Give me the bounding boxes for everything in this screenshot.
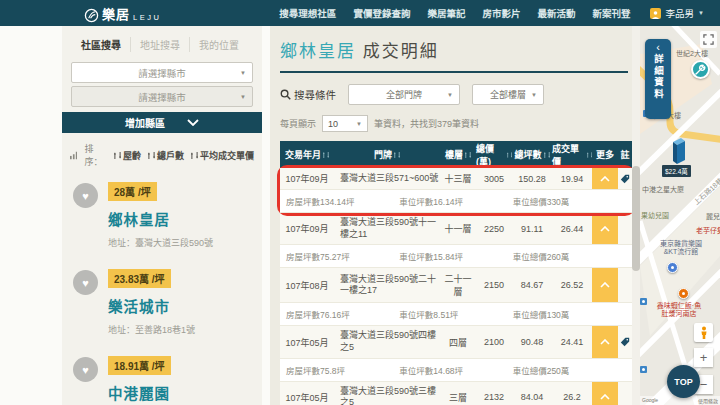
building-3d-marker[interactable] (669, 136, 689, 166)
cell-total-price: 2132 (476, 382, 512, 405)
user-menu[interactable]: 李品男 ▼ (650, 6, 703, 20)
header-total-price[interactable]: 總價(萬) (476, 141, 512, 168)
cell-total-area: 90.48 (512, 326, 552, 357)
leju-logo[interactable]: 樂居 LEJU (84, 4, 161, 23)
chevron-down-icon (187, 119, 199, 126)
nav-item[interactable]: 房市影片 (482, 6, 520, 20)
cell-total-price: 2150 (476, 268, 512, 302)
cell-door: 臺灣大道三段590號四樓之5 (334, 326, 440, 357)
cell-unit-price: 19.94 (552, 168, 592, 189)
floor-filter-select[interactable]: 全部樓層 ▼ (472, 84, 544, 105)
transit-icon[interactable] (640, 366, 647, 373)
favorite-heart-icon[interactable]: ♥ (73, 270, 98, 295)
transaction-detail-row: 房屋坪數134.14坪 車位坪數16.14坪 車位總價330萬 (280, 190, 632, 213)
sort-label: 排序： (84, 142, 106, 168)
map-panel[interactable]: ‹ 詳細資料 世紀2大樓 社區大樓 $22.4萬 中港之星大廈 上石路18巷 果… (640, 26, 720, 405)
nav-item[interactable]: 實價登錄查詢 (353, 6, 410, 20)
sort-option[interactable]: 總戶數 (148, 149, 184, 162)
parking-price: 車位總價250萬 (513, 364, 626, 376)
community-name[interactable]: 中港麗園 (108, 382, 252, 403)
top-navbar: 樂居 LEJU 搜尋理想社區 實價登錄查詢 樂居筆記 房市影片 最新活動 新案刊… (0, 0, 720, 26)
nav-item[interactable]: 新案刊登 (592, 6, 630, 20)
street-view-pegman[interactable] (694, 323, 713, 342)
transaction-panel: 鄉林皇居 成交明細 搜尋條件 全部門牌 ▼ 全部樓層 ▼ 每頁顯示 (270, 26, 632, 405)
chevron-down-icon: ▼ (531, 92, 537, 98)
sidebar-tab[interactable]: 我的位置 (189, 37, 248, 52)
cell-total-area: 84.04 (512, 382, 552, 405)
community-list-item[interactable]: ♥ 18.91萬 /坪 中港麗園 地址：至善路20號 (62, 346, 262, 405)
add-area-button[interactable]: 增加縣區 (62, 112, 262, 133)
nav-item[interactable]: 搜尋理想社區 (279, 6, 336, 20)
community-list: ♥ 28萬 /坪 鄉林皇居 地址：臺灣大道三段590號 ♥ 23.83萬 /坪 … (62, 172, 262, 405)
cell-door: 臺灣大道三段590號二十一樓之17 (334, 268, 440, 302)
header-door[interactable]: 門牌 (334, 141, 440, 168)
leju-app: 樂居 LEJU 搜尋理想社區 實價登錄查詢 樂居筆記 房市影片 最新活動 新案刊… (0, 0, 720, 405)
house-area: 房屋坪數75.8坪 (286, 364, 399, 376)
back-to-top-button[interactable]: TOP (667, 365, 700, 398)
per-page-select[interactable]: 10 ▼ (322, 115, 368, 132)
map-zoom-in-button[interactable]: + (694, 348, 713, 367)
title-divider (280, 71, 628, 73)
transactions-table: 交易年月 門牌 樓層 總價(萬) 總坪數 (280, 141, 632, 405)
shop-pin-icon[interactable] (667, 262, 678, 273)
search-icon (280, 89, 291, 100)
collapse-row-button[interactable] (592, 326, 618, 357)
sort-option[interactable]: 平均成交單價 (191, 149, 254, 162)
note-tag-icon[interactable] (618, 326, 632, 357)
per-page-label: 每頁顯示 (280, 117, 316, 130)
chevron-up-icon (600, 339, 610, 345)
favorite-heart-icon[interactable]: ♥ (73, 183, 98, 208)
filter-row: 搜尋條件 全部門牌 ▼ 全部樓層 ▼ (280, 84, 632, 105)
map-fullscreen-button[interactable] (700, 31, 717, 48)
parking-price: 車位總價330萬 (513, 195, 626, 207)
main-nav: 搜尋理想社區 實價登錄查詢 樂居筆記 房市影片 最新活動 新案刊登 (279, 6, 630, 20)
parking-area: 車位坪數16.14坪 (399, 195, 512, 207)
header-floor[interactable]: 樓層 (440, 141, 476, 168)
map-label-kindergarten: 果幼兒園 (641, 210, 669, 220)
city-select[interactable]: 請選擇縣市 ▼ (71, 62, 253, 83)
collapse-row-button[interactable] (592, 268, 618, 302)
nav-item[interactable]: 樂居筆記 (427, 6, 465, 20)
header-unit-price[interactable]: 成交單價 (552, 141, 592, 168)
page-title: 鄉林皇居 成交明細 (280, 37, 632, 62)
community-list-item[interactable]: ♥ 23.83萬 /坪 樂活城市 地址：至善路18巷1號 (62, 259, 262, 346)
table-header-row: 交易年月 門牌 樓層 總價(萬) 總坪數 (280, 141, 632, 168)
sort-arrows-icon (323, 151, 329, 159)
sort-arrows-icon (465, 151, 471, 159)
sidebar-tab[interactable]: 地址搜尋 (130, 37, 189, 52)
sort-bars-icon (70, 151, 77, 160)
header-total-area[interactable]: 總坪數 (512, 141, 552, 168)
cell-unit-price: 26.52 (552, 268, 592, 302)
sort-option[interactable]: 屋齡 (114, 149, 141, 162)
search-conditions-label: 搜尋條件 (280, 87, 336, 102)
collapse-row-button[interactable] (592, 213, 618, 244)
detail-info-tab[interactable]: ‹ 詳細資料 (645, 39, 671, 119)
community-name[interactable]: 樂活城市 (108, 295, 252, 316)
note-tag-icon[interactable] (618, 168, 632, 189)
community-list-item[interactable]: ♥ 28萬 /坪 鄉林皇居 地址：臺灣大道三段590號 (62, 172, 262, 259)
district-select[interactable]: 請選擇縣市 ▼ (71, 86, 253, 107)
detail-tab-label: 詳細資料 (651, 54, 665, 100)
terms-link[interactable]: 使用條款 (698, 397, 718, 404)
price-marker-label[interactable]: $22.4萬 (662, 165, 691, 177)
community-name[interactable]: 鄉林皇居 (108, 208, 252, 229)
restaurant-pin-icon[interactable] (678, 288, 689, 299)
collapse-row-button[interactable] (592, 382, 618, 405)
favorite-heart-icon[interactable]: ♥ (73, 357, 98, 382)
nav-item[interactable]: 最新活動 (537, 6, 575, 20)
transaction-detail-row: 房屋坪數75.27坪 車位坪數15.84坪 車位總價260萬 (280, 245, 632, 268)
sidebar-tab[interactable]: 社區搜尋 (72, 37, 130, 52)
transit-icon[interactable] (640, 298, 647, 305)
logo-text: 樂居 (102, 4, 130, 23)
community-address: 地址：至善路18巷1號 (108, 323, 252, 336)
chevron-down-icon: ▼ (698, 10, 704, 16)
vertical-scrollbar[interactable] (632, 26, 640, 405)
map-tools-button[interactable] (691, 60, 710, 79)
map-label-eatery1: 老芋仔集 (696, 225, 720, 235)
collapse-row-button[interactable] (592, 168, 618, 189)
sort-bar: 排序： 屋齡 總戶數 (62, 133, 262, 172)
cell-floor: 三層 (440, 382, 476, 405)
scrollbar-thumb[interactable] (632, 166, 640, 271)
door-filter-select[interactable]: 全部門牌 ▼ (348, 84, 460, 105)
header-date[interactable]: 交易年月 (280, 141, 334, 168)
